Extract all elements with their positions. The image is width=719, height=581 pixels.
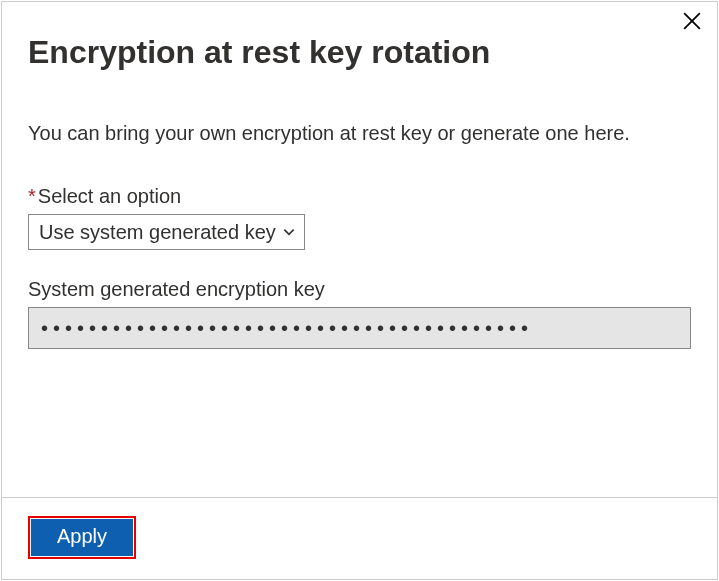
x-glyph [683, 12, 701, 30]
option-field-group: *Select an option Use system generated k… [28, 185, 691, 250]
key-label: System generated encryption key [28, 278, 691, 301]
close-icon[interactable] [681, 10, 703, 32]
option-label: *Select an option [28, 185, 691, 208]
description-text: You can bring your own encryption at res… [28, 119, 691, 147]
key-field-group: System generated encryption key ••••••••… [28, 278, 691, 349]
option-select[interactable]: Use system generated key [28, 214, 305, 250]
content-area: Encryption at rest key rotation You can … [2, 2, 717, 497]
required-indicator: * [28, 185, 36, 207]
apply-button[interactable]: Apply [31, 519, 133, 556]
footer: Apply [2, 497, 717, 579]
option-label-text: Select an option [38, 185, 181, 207]
chevron-down-icon [282, 225, 296, 239]
key-display: ••••••••••••••••••••••••••••••••••••••••… [28, 307, 691, 349]
dialog-panel: Encryption at rest key rotation You can … [1, 1, 718, 580]
page-title: Encryption at rest key rotation [28, 34, 691, 71]
option-selected-text: Use system generated key [39, 221, 276, 244]
apply-highlight: Apply [28, 516, 136, 559]
